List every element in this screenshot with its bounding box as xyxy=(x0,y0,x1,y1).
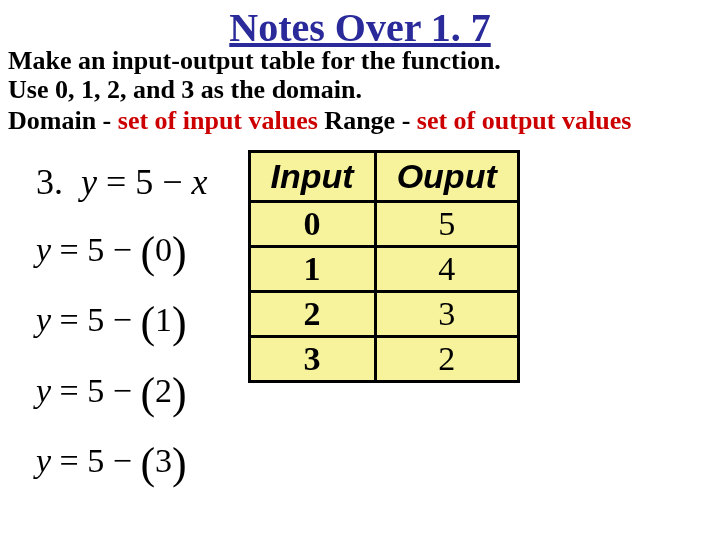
col-output-header: Ouput xyxy=(375,152,518,202)
table-row: 3 2 xyxy=(249,337,518,382)
cell-output: 4 xyxy=(375,247,518,292)
eq-line-0: y = 5 − (0) xyxy=(36,218,208,288)
problem-number: 3. xyxy=(36,162,63,202)
eq-line-1: y = 5 − (1) xyxy=(36,288,208,358)
cell-input: 3 xyxy=(249,337,375,382)
cell-input: 0 xyxy=(249,202,375,247)
range-label: Range - xyxy=(324,106,416,135)
definitions-line: Domain - set of input values Range - set… xyxy=(8,106,712,136)
page-title: Notes Over 1. 7 xyxy=(8,4,712,51)
cell-output: 5 xyxy=(375,202,518,247)
cell-output: 3 xyxy=(375,292,518,337)
eq-line-2: y = 5 − (2) xyxy=(36,359,208,429)
domain-label: Domain - xyxy=(8,106,118,135)
input-output-table: Input Ouput 0 5 1 4 2 3 3 2 xyxy=(248,150,520,383)
equations-block: 3. y = 5 − x y = 5 − (0) y = 5 − (1) y =… xyxy=(36,148,208,499)
cell-input: 1 xyxy=(249,247,375,292)
instruction-line-1: Make an input-output table for the funct… xyxy=(8,47,712,76)
cell-input: 2 xyxy=(249,292,375,337)
instruction-line-2: Use 0, 1, 2, and 3 as the domain. xyxy=(8,76,712,105)
cell-output: 2 xyxy=(375,337,518,382)
domain-value: set of input values xyxy=(118,106,318,135)
range-value: set of output values xyxy=(417,106,632,135)
table-row: 2 3 xyxy=(249,292,518,337)
col-input-header: Input xyxy=(249,152,375,202)
table-header-row: Input Ouput xyxy=(249,152,518,202)
problem-equation: 3. y = 5 − x xyxy=(36,154,208,212)
eq-line-3: y = 5 − (3) xyxy=(36,429,208,499)
table-row: 0 5 xyxy=(249,202,518,247)
instructions-block: Make an input-output table for the funct… xyxy=(8,47,712,104)
table-row: 1 4 xyxy=(249,247,518,292)
